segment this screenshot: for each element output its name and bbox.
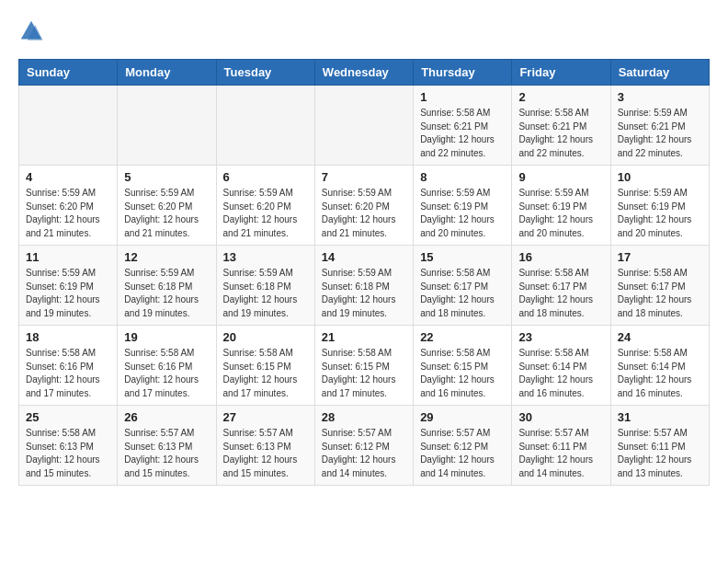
calendar-cell: 7Sunrise: 5:59 AM Sunset: 6:20 PM Daylig…	[314, 166, 413, 246]
cell-content: Sunrise: 5:58 AM Sunset: 6:15 PM Dayligh…	[322, 347, 406, 400]
day-number: 26	[124, 410, 209, 424]
calendar-cell: 20Sunrise: 5:58 AM Sunset: 6:15 PM Dayli…	[216, 326, 314, 406]
cell-content: Sunrise: 5:59 AM Sunset: 6:20 PM Dayligh…	[322, 187, 406, 240]
calendar-cell: 27Sunrise: 5:57 AM Sunset: 6:13 PM Dayli…	[216, 406, 314, 486]
weekday-header-monday: Monday	[118, 60, 216, 86]
calendar-cell: 4Sunrise: 5:59 AM Sunset: 6:20 PM Daylig…	[19, 166, 118, 246]
day-number: 23	[518, 330, 603, 344]
cell-content: Sunrise: 5:59 AM Sunset: 6:19 PM Dayligh…	[420, 187, 505, 240]
cell-content: Sunrise: 5:58 AM Sunset: 6:21 PM Dayligh…	[420, 107, 505, 160]
cell-content: Sunrise: 5:59 AM Sunset: 6:20 PM Dayligh…	[124, 187, 209, 240]
day-number: 31	[618, 410, 702, 424]
calendar-cell: 19Sunrise: 5:58 AM Sunset: 6:16 PM Dayli…	[118, 326, 216, 406]
cell-content: Sunrise: 5:59 AM Sunset: 6:19 PM Dayligh…	[618, 187, 702, 240]
cell-content: Sunrise: 5:58 AM Sunset: 6:16 PM Dayligh…	[124, 347, 209, 400]
calendar-cell: 11Sunrise: 5:59 AM Sunset: 6:19 PM Dayli…	[19, 246, 118, 326]
weekday-header-tuesday: Tuesday	[216, 60, 314, 86]
cell-content: Sunrise: 5:57 AM Sunset: 6:11 PM Dayligh…	[518, 427, 603, 480]
logo	[18, 18, 48, 44]
weekday-header-thursday: Thursday	[414, 60, 512, 86]
calendar-week-row: 11Sunrise: 5:59 AM Sunset: 6:19 PM Dayli…	[19, 246, 710, 326]
weekday-header-sunday: Sunday	[19, 60, 118, 86]
day-number: 16	[518, 250, 603, 264]
day-number: 9	[518, 170, 603, 184]
calendar-cell: 22Sunrise: 5:58 AM Sunset: 6:15 PM Dayli…	[414, 326, 512, 406]
calendar-cell: 3Sunrise: 5:59 AM Sunset: 6:21 PM Daylig…	[610, 86, 709, 166]
calendar-week-row: 4Sunrise: 5:59 AM Sunset: 6:20 PM Daylig…	[19, 166, 710, 246]
cell-content: Sunrise: 5:58 AM Sunset: 6:16 PM Dayligh…	[26, 347, 110, 400]
day-number: 17	[618, 250, 702, 264]
day-number: 18	[26, 330, 110, 344]
calendar-cell: 17Sunrise: 5:58 AM Sunset: 6:17 PM Dayli…	[610, 246, 709, 326]
calendar-cell: 28Sunrise: 5:57 AM Sunset: 6:12 PM Dayli…	[314, 406, 413, 486]
day-number: 6	[223, 170, 308, 184]
calendar-cell: 10Sunrise: 5:59 AM Sunset: 6:19 PM Dayli…	[610, 166, 709, 246]
cell-content: Sunrise: 5:59 AM Sunset: 6:20 PM Dayligh…	[26, 187, 110, 240]
day-number: 7	[322, 170, 406, 184]
day-number: 24	[618, 330, 702, 344]
calendar-cell: 8Sunrise: 5:59 AM Sunset: 6:19 PM Daylig…	[414, 166, 512, 246]
calendar-cell: 23Sunrise: 5:58 AM Sunset: 6:14 PM Dayli…	[512, 326, 610, 406]
day-number: 20	[223, 330, 308, 344]
calendar-cell: 16Sunrise: 5:58 AM Sunset: 6:17 PM Dayli…	[512, 246, 610, 326]
cell-content: Sunrise: 5:58 AM Sunset: 6:15 PM Dayligh…	[420, 347, 505, 400]
calendar-cell: 21Sunrise: 5:58 AM Sunset: 6:15 PM Dayli…	[314, 326, 413, 406]
calendar-cell: 25Sunrise: 5:58 AM Sunset: 6:13 PM Dayli…	[19, 406, 118, 486]
cell-content: Sunrise: 5:58 AM Sunset: 6:17 PM Dayligh…	[618, 267, 702, 320]
calendar-cell	[314, 86, 413, 166]
cell-content: Sunrise: 5:59 AM Sunset: 6:20 PM Dayligh…	[223, 187, 308, 240]
calendar-table: SundayMondayTuesdayWednesdayThursdayFrid…	[18, 59, 710, 486]
day-number: 12	[124, 250, 209, 264]
weekday-header-wednesday: Wednesday	[314, 60, 413, 86]
cell-content: Sunrise: 5:57 AM Sunset: 6:13 PM Dayligh…	[124, 427, 209, 480]
cell-content: Sunrise: 5:58 AM Sunset: 6:17 PM Dayligh…	[420, 267, 505, 320]
calendar-cell: 6Sunrise: 5:59 AM Sunset: 6:20 PM Daylig…	[216, 166, 314, 246]
weekday-header-saturday: Saturday	[610, 60, 709, 86]
cell-content: Sunrise: 5:58 AM Sunset: 6:14 PM Dayligh…	[518, 347, 603, 400]
cell-content: Sunrise: 5:58 AM Sunset: 6:17 PM Dayligh…	[518, 267, 603, 320]
calendar-header: SundayMondayTuesdayWednesdayThursdayFrid…	[19, 60, 710, 86]
day-number: 3	[618, 90, 702, 104]
calendar-week-row: 1Sunrise: 5:58 AM Sunset: 6:21 PM Daylig…	[19, 86, 710, 166]
cell-content: Sunrise: 5:58 AM Sunset: 6:13 PM Dayligh…	[26, 427, 110, 480]
calendar-cell	[216, 86, 314, 166]
day-number: 2	[518, 90, 603, 104]
day-number: 14	[322, 250, 406, 264]
day-number: 27	[223, 410, 308, 424]
cell-content: Sunrise: 5:57 AM Sunset: 6:12 PM Dayligh…	[420, 427, 505, 480]
cell-content: Sunrise: 5:59 AM Sunset: 6:21 PM Dayligh…	[618, 107, 702, 160]
day-number: 10	[618, 170, 702, 184]
day-number: 13	[223, 250, 308, 264]
day-number: 29	[420, 410, 505, 424]
calendar-week-row: 25Sunrise: 5:58 AM Sunset: 6:13 PM Dayli…	[19, 406, 710, 486]
cell-content: Sunrise: 5:59 AM Sunset: 6:18 PM Dayligh…	[322, 267, 406, 320]
day-number: 15	[420, 250, 505, 264]
cell-content: Sunrise: 5:59 AM Sunset: 6:18 PM Dayligh…	[223, 267, 308, 320]
calendar-cell	[19, 86, 118, 166]
calendar-cell: 31Sunrise: 5:57 AM Sunset: 6:11 PM Dayli…	[610, 406, 709, 486]
cell-content: Sunrise: 5:58 AM Sunset: 6:21 PM Dayligh…	[518, 107, 603, 160]
calendar-cell: 12Sunrise: 5:59 AM Sunset: 6:18 PM Dayli…	[118, 246, 216, 326]
day-number: 1	[420, 90, 505, 104]
cell-content: Sunrise: 5:57 AM Sunset: 6:13 PM Dayligh…	[223, 427, 308, 480]
day-number: 19	[124, 330, 209, 344]
calendar-cell: 18Sunrise: 5:58 AM Sunset: 6:16 PM Dayli…	[19, 326, 118, 406]
calendar-cell: 29Sunrise: 5:57 AM Sunset: 6:12 PM Dayli…	[414, 406, 512, 486]
cell-content: Sunrise: 5:59 AM Sunset: 6:18 PM Dayligh…	[124, 267, 209, 320]
cell-content: Sunrise: 5:59 AM Sunset: 6:19 PM Dayligh…	[26, 267, 110, 320]
day-number: 21	[322, 330, 406, 344]
calendar-cell: 15Sunrise: 5:58 AM Sunset: 6:17 PM Dayli…	[414, 246, 512, 326]
calendar-cell: 13Sunrise: 5:59 AM Sunset: 6:18 PM Dayli…	[216, 246, 314, 326]
cell-content: Sunrise: 5:57 AM Sunset: 6:11 PM Dayligh…	[618, 427, 702, 480]
calendar-cell: 9Sunrise: 5:59 AM Sunset: 6:19 PM Daylig…	[512, 166, 610, 246]
day-number: 25	[26, 410, 110, 424]
calendar-cell: 5Sunrise: 5:59 AM Sunset: 6:20 PM Daylig…	[118, 166, 216, 246]
day-number: 22	[420, 330, 505, 344]
cell-content: Sunrise: 5:58 AM Sunset: 6:15 PM Dayligh…	[223, 347, 308, 400]
calendar-cell: 26Sunrise: 5:57 AM Sunset: 6:13 PM Dayli…	[118, 406, 216, 486]
calendar-cell: 14Sunrise: 5:59 AM Sunset: 6:18 PM Dayli…	[314, 246, 413, 326]
calendar-body: 1Sunrise: 5:58 AM Sunset: 6:21 PM Daylig…	[19, 86, 710, 486]
day-number: 8	[420, 170, 505, 184]
calendar-cell: 24Sunrise: 5:58 AM Sunset: 6:14 PM Dayli…	[610, 326, 709, 406]
day-number: 28	[322, 410, 406, 424]
